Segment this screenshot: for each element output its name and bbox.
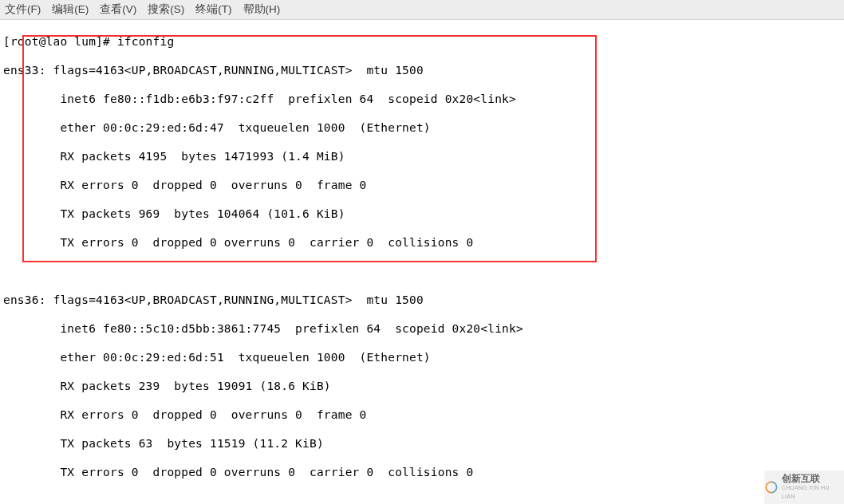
ifconfig-line: TX errors 0 dropped 0 overruns 0 carrier… — [3, 235, 844, 250]
ifconfig-line: RX errors 0 dropped 0 overruns 0 frame 0 — [3, 178, 844, 192]
prompt-line: [root@lao lum]# ifconfig — [3, 34, 844, 49]
ifconfig-line: RX errors 0 dropped 0 overruns 0 frame 0 — [3, 408, 844, 422]
logo-icon — [764, 480, 779, 494]
menu-search[interactable]: 搜索(S) — [148, 2, 184, 17]
ifconfig-line: TX packets 969 bytes 104064 (101.6 KiB) — [3, 207, 844, 221]
ifconfig-line: TX errors 0 dropped 0 overruns 0 carrier… — [3, 465, 844, 479]
menubar: 文件(F) 编辑(E) 查看(V) 搜索(S) 终端(T) 帮助(H) — [0, 0, 844, 20]
menu-edit[interactable]: 编辑(E) — [52, 2, 89, 17]
watermark: 创新互联 CHUANG XIN HU LIAN — [764, 471, 844, 504]
blank-line — [3, 494, 844, 504]
ifconfig-line: ether 00:0c:29:ed:6d:51 txqueuelen 1000 … — [3, 350, 844, 364]
ifconfig-line: ens36: flags=4163<UP,BROADCAST,RUNNING,M… — [3, 293, 844, 307]
blank-line — [3, 264, 844, 278]
watermark-text-zh: 创新互联 — [782, 474, 844, 483]
menu-file[interactable]: 文件(F) — [5, 2, 41, 17]
watermark-text-en: CHUANG XIN HU LIAN — [782, 483, 844, 501]
ifconfig-line: ether 00:0c:29:ed:6d:47 txqueuelen 1000 … — [3, 120, 844, 135]
ifconfig-line: inet6 fe80::5c10:d5bb:3861:7745 prefixle… — [3, 321, 844, 336]
menu-help[interactable]: 帮助(H) — [243, 2, 281, 17]
menu-terminal[interactable]: 终端(T) — [195, 2, 231, 17]
ifconfig-line: RX packets 239 bytes 19091 (18.6 KiB) — [3, 379, 844, 393]
terminal-output[interactable]: [root@lao lum]# ifconfig ens33: flags=41… — [0, 20, 844, 504]
ifconfig-line: TX packets 63 bytes 11519 (11.2 KiB) — [3, 436, 844, 451]
ifconfig-line: ens33: flags=4163<UP,BROADCAST,RUNNING,M… — [3, 63, 844, 77]
ifconfig-line: RX packets 4195 bytes 1471993 (1.4 MiB) — [3, 149, 844, 163]
ifconfig-line: inet6 fe80::f1db:e6b3:f97:c2ff prefixlen… — [3, 92, 844, 106]
menu-view[interactable]: 查看(V) — [100, 2, 136, 17]
